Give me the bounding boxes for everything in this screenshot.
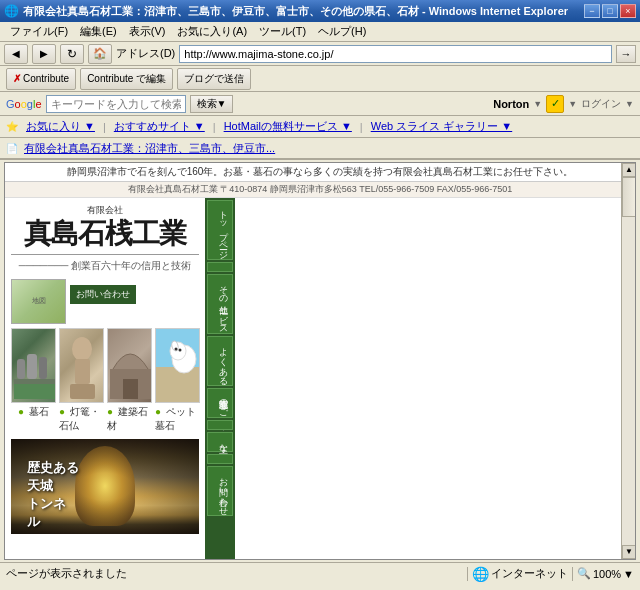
- arch-dot: ●: [107, 406, 113, 417]
- forward-button[interactable]: ▶: [32, 44, 56, 64]
- contribute-edit-button[interactable]: Contribute で編集: [80, 68, 173, 90]
- norton-separator: ▼: [533, 99, 542, 109]
- favorites-link[interactable]: お気に入り ▼: [22, 117, 99, 136]
- nav-cemetery[interactable]: 墓地霊園のご案内: [207, 388, 233, 418]
- window-icon: 🌐: [4, 4, 19, 18]
- dog-photo[interactable]: [155, 328, 200, 403]
- scrollbar-vertical: ▲ ▼: [621, 163, 635, 559]
- zone-label: インターネット: [491, 566, 568, 581]
- links-bar: ⭐ お気に入り ▼ | おすすめサイト ▼ | HotMailの無料サービス ▼…: [0, 116, 640, 138]
- menu-tools[interactable]: ツール(T): [253, 22, 312, 41]
- photo-statue: ● 灯篭・石仏: [59, 328, 104, 433]
- map-thumbnail: 地図: [11, 279, 66, 324]
- nav-top[interactable]: トップページ: [207, 200, 233, 260]
- zone-icon: 🌐: [472, 566, 489, 582]
- nav-inquiry[interactable]: お問い合わせ: [70, 285, 136, 304]
- nav-works[interactable]: 施工実績: [207, 420, 233, 430]
- menu-help[interactable]: ヘルプ(H): [312, 22, 372, 41]
- menu-bar: ファイル(F) 編集(E) 表示(V) お気に入り(A) ツール(T) ヘルプ(…: [0, 22, 640, 42]
- nav-contact[interactable]: お問い合わせ: [207, 466, 233, 516]
- photo-arch: ● 建築石材: [107, 328, 152, 433]
- close-button[interactable]: ×: [620, 4, 636, 18]
- zoom-arrow: ▼: [623, 568, 634, 580]
- title-bar: 🌐 有限会社真島石材工業：沼津市、三島市、伊豆市、富士市、その他の県石、石材 -…: [0, 0, 640, 22]
- menu-view[interactable]: 表示(V): [123, 22, 172, 41]
- zoom-level: 100%: [593, 568, 621, 580]
- svg-rect-3: [14, 379, 56, 384]
- nav-equipment[interactable]: 主な設備: [207, 432, 233, 452]
- login-label[interactable]: ログイン: [581, 97, 621, 111]
- company-tagline: ─────── 創業百六十年の信用と技術: [11, 254, 199, 273]
- refresh-button[interactable]: ↻: [60, 44, 84, 64]
- home-button[interactable]: 🏠: [88, 44, 112, 64]
- sep1: |: [103, 121, 106, 133]
- status-divider-1: [467, 567, 468, 581]
- search-bar: Google 検索▼ Norton ▼ ✓ ▼ ログイン ▼: [0, 92, 640, 116]
- scroll-down-button[interactable]: ▼: [622, 545, 635, 559]
- website: 静岡県沼津市で石を刻んで160年。お墓・墓石の事なら多くの実績を持つ有限会社真島…: [5, 163, 635, 559]
- maximize-button[interactable]: □: [602, 4, 618, 18]
- page-icon: 📄: [6, 143, 18, 154]
- photo-graveyard: ● 墓石: [11, 328, 56, 433]
- minimize-button[interactable]: −: [584, 4, 600, 18]
- window-controls: − □ ×: [584, 4, 636, 18]
- dog-dot: ●: [155, 406, 161, 417]
- svg-rect-1: [27, 354, 37, 379]
- scroll-thumb[interactable]: [622, 177, 635, 217]
- breadcrumb-bar: 📄 有限会社真島石材工業：沼津市、三島市、伊豆市...: [0, 138, 640, 160]
- norton-check-sep: ▼: [568, 99, 577, 109]
- hotmail-link[interactable]: HotMailの無料サービス ▼: [220, 117, 356, 136]
- menu-file[interactable]: ファイル(F): [4, 22, 74, 41]
- scroll-track[interactable]: [622, 177, 635, 545]
- contribute-button[interactable]: ✗ Contribute: [6, 68, 76, 90]
- nav-products[interactable]: 製品案内: [207, 262, 233, 272]
- arch-photo[interactable]: [107, 328, 152, 403]
- search-input[interactable]: [46, 95, 186, 113]
- company-small-text: 有限会社: [11, 204, 199, 217]
- tunnel-text: 歴史ある天城トンネル: [27, 459, 79, 532]
- nav-about[interactable]: 会社案内: [207, 454, 233, 464]
- statue-photo[interactable]: [59, 328, 104, 403]
- svg-rect-6: [75, 359, 90, 384]
- site-left: 有限会社 真島石桟工業 ─────── 創業百六十年の信用と技術 地図 お問い合…: [5, 198, 205, 559]
- statue-label: ● 灯篭・石仏: [59, 405, 104, 433]
- arch-svg: [108, 329, 152, 403]
- nav-faq[interactable]: よくある質問: [207, 336, 233, 386]
- statue-svg: [60, 329, 104, 403]
- svg-rect-0: [17, 359, 25, 379]
- menu-favorites[interactable]: お気に入り(A): [171, 22, 253, 41]
- svg-rect-2: [39, 357, 47, 379]
- svg-point-16: [179, 348, 182, 351]
- statue-dot: ●: [59, 406, 65, 417]
- photo-grid: ● 墓石 ●: [11, 324, 199, 437]
- graveyard-svg: [12, 329, 56, 403]
- webslice-link[interactable]: Web スライス ギャラリー ▼: [367, 117, 516, 136]
- svg-point-15: [175, 347, 178, 350]
- site-main: 有限会社 真島石桟工業 ─────── 創業百六十年の信用と技術 地図 お問い合…: [5, 198, 635, 559]
- company-info-bar: 有限会社真島石材工業 〒410-0874 静岡県沼津市多松563 TEL/055…: [5, 182, 635, 198]
- status-bar: ページが表示されました 🌐 インターネット 🔍 100% ▼: [0, 562, 640, 584]
- graveyard-photo[interactable]: [11, 328, 56, 403]
- norton-check-icon[interactable]: ✓: [546, 95, 564, 113]
- menu-edit[interactable]: 編集(E): [74, 22, 123, 41]
- svg-point-5: [72, 337, 92, 361]
- back-button[interactable]: ◀: [4, 44, 28, 64]
- sep2: |: [213, 121, 216, 133]
- site-announce: 静岡県沼津市で石を刻んで160年。お墓・墓石の事なら多くの実績を持つ有限会社真島…: [5, 163, 635, 182]
- recommended-link[interactable]: おすすめサイト ▼: [110, 117, 209, 136]
- go-button[interactable]: →: [616, 45, 636, 63]
- graveyard-dot: ●: [18, 406, 24, 417]
- zoom-control[interactable]: 🔍 100% ▼: [577, 567, 634, 580]
- address-input[interactable]: [179, 45, 612, 63]
- right-nav: トップページ 製品案内 その他サービス よくある質問 墓地霊園のご案内 施工実績…: [205, 198, 235, 559]
- blog-button[interactable]: ブログで送信: [177, 68, 251, 90]
- address-bar: ◀ ▶ ↻ 🏠 アドレス(D) →: [0, 42, 640, 66]
- svg-rect-4: [14, 384, 56, 399]
- graveyard-label: ● 墓石: [18, 405, 49, 419]
- svg-rect-9: [123, 379, 138, 399]
- norton-label: Norton: [493, 98, 529, 110]
- scroll-up-button[interactable]: ▲: [622, 163, 635, 177]
- search-button[interactable]: 検索▼: [190, 95, 234, 113]
- nav-services[interactable]: その他サービス: [207, 274, 233, 334]
- breadcrumb[interactable]: 有限会社真島石材工業：沼津市、三島市、伊豆市...: [20, 139, 279, 158]
